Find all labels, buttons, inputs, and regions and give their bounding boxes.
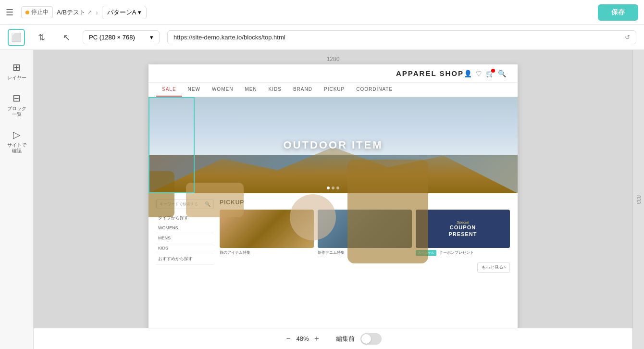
more-button[interactable]: もっと見る › xyxy=(477,262,510,273)
sidebar-item-label: ブロック一覧 xyxy=(6,106,28,117)
status-label: 停止中 xyxy=(31,8,49,16)
svg-rect-1 xyxy=(220,210,244,217)
bottom-toolbar: － 48% ＋ 編集前 xyxy=(34,328,632,349)
save-button[interactable]: 保存 xyxy=(598,4,638,21)
ab-test-label[interactable]: A/Bテスト ↗ xyxy=(57,8,92,17)
move-tool-button[interactable]: ⇅ xyxy=(33,29,50,46)
coupon-main-text: COUPONPRESENT xyxy=(449,224,477,237)
menu-icon[interactable]: ☰ xyxy=(6,7,13,18)
refresh-icon[interactable]: ↺ xyxy=(625,34,630,41)
layers-icon: ⊞ xyxy=(12,62,21,73)
zoom-in-button[interactable]: ＋ xyxy=(313,334,321,344)
edit-before-toggle[interactable] xyxy=(360,333,382,345)
main-area: ⊞ レイヤー ⊟ ブロック一覧 ▷ サイトで確認 1280 APPAREL SH… xyxy=(0,50,644,349)
blocks-icon: ⊟ xyxy=(12,92,21,104)
zoom-out-button[interactable]: － xyxy=(285,334,292,344)
toggle-knob xyxy=(361,334,371,344)
sidebar-item-preview[interactable]: ▷ サイトで確認 xyxy=(3,125,31,158)
chevron-down-icon: ▾ xyxy=(138,9,141,16)
svg-point-2 xyxy=(290,210,314,240)
pickup-grid: 旅のアイテム特集 新作デニム特集 xyxy=(220,210,510,256)
pickup-card-travel[interactable]: 旅のアイテム特集 xyxy=(220,210,314,256)
sidebar-item-label: サイトで確認 xyxy=(6,142,28,154)
chevron-down-icon: ▾ xyxy=(150,34,153,41)
url-bar: https://site-demo.karte.io/blocks/top.ht… xyxy=(167,30,636,44)
user-icon[interactable]: 👤 xyxy=(464,70,472,77)
device-selector[interactable]: PC (1280 × 768) ▾ xyxy=(83,30,160,44)
canvas-area: 1280 APPAREL SHOP 👤 ♡ 🛒 🔍 xyxy=(34,50,632,349)
url-text: https://site-demo.karte.io/blocks/top.ht… xyxy=(173,34,285,41)
right-ruler: 833 xyxy=(632,50,644,349)
cart-badge-dot xyxy=(491,69,495,73)
zoom-value: 48% xyxy=(296,335,309,342)
search-icon[interactable]: 🔍 xyxy=(498,70,506,77)
cart-icon[interactable]: 🛒 xyxy=(486,70,494,77)
cursor-tool-button[interactable]: ↖ xyxy=(58,29,75,46)
preview-icon: ▷ xyxy=(13,129,20,140)
coupon-special-text: Special xyxy=(449,220,477,224)
pattern-selector[interactable]: パターンA ▾ xyxy=(102,6,147,19)
top-toolbar: ☰ 停止中 A/Bテスト ↗ › パターンA ▾ 保存 xyxy=(0,0,644,25)
secondary-toolbar: ⬜ ⇅ ↖ PC (1280 × 768) ▾ https://site-dem… xyxy=(0,25,644,50)
external-link-icon: ↗ xyxy=(87,9,92,15)
coupon-text-block: Special COUPONPRESENT xyxy=(449,220,477,237)
status-badge: 停止中 xyxy=(21,6,53,18)
content-area: キーワードで検索する 🔍 タイプから探す WOMENS MENS KIDS おす… xyxy=(149,193,518,278)
shop-logo: APPAREL SHOP xyxy=(396,69,464,77)
pickup-section: PICKUP xyxy=(220,199,510,273)
pickup-img-travel xyxy=(220,210,314,248)
breadcrumb-separator: › xyxy=(96,9,98,16)
favorite-icon[interactable]: ♡ xyxy=(476,70,482,77)
sidebar-item-label: レイヤー xyxy=(7,75,26,81)
status-dot xyxy=(25,11,29,14)
shop-header-icons: 👤 ♡ 🛒 🔍 xyxy=(464,70,506,77)
device-label: PC (1280 × 768) xyxy=(89,34,135,41)
zoom-control: － 48% ＋ xyxy=(285,334,320,344)
select-tool-button[interactable]: ⬜ xyxy=(8,29,25,46)
sidebar-item-blocks[interactable]: ⊟ ブロック一覧 xyxy=(3,88,31,121)
shop-header: APPAREL SHOP 👤 ♡ 🛒 🔍 xyxy=(149,64,518,83)
canvas-frame: APPAREL SHOP 👤 ♡ 🛒 🔍 SALE NEW xyxy=(149,64,518,334)
left-sidebar: ⊞ レイヤー ⊟ ブロック一覧 ▷ サイトで確認 xyxy=(0,50,34,349)
hero-selection-border xyxy=(149,97,195,193)
canvas-width-label: 1280 xyxy=(327,56,340,62)
ruler-height-label: 833 xyxy=(636,195,642,204)
travel-bg xyxy=(220,210,314,248)
sidebar-item-layers[interactable]: ⊞ レイヤー xyxy=(3,58,31,85)
edit-before-label: 編集前 xyxy=(336,335,355,343)
